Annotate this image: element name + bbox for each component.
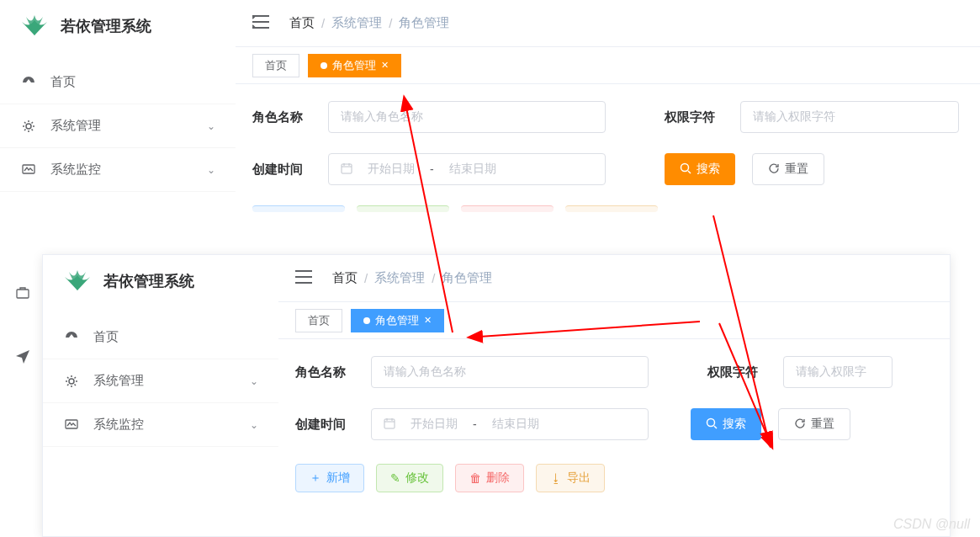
- sidebar-item-label: 系统监控: [93, 417, 250, 433]
- dashboard-icon: [63, 331, 80, 344]
- button-label: 重置: [785, 162, 808, 177]
- tab-home[interactable]: 首页: [295, 309, 342, 332]
- sidebar-item-label: 首页: [50, 74, 215, 90]
- search-button[interactable]: 搜索: [665, 153, 735, 185]
- svg-point-0: [26, 124, 31, 129]
- tab-role-manage[interactable]: 角色管理 ✕: [351, 309, 444, 332]
- date-start-placeholder: 开始日期: [411, 417, 458, 432]
- sidebar-menu: 首页 系统管理 ⌄ 系统监控 ⌄: [43, 307, 278, 455]
- breadcrumb: 首页 / 系统管理 / 角色管理: [332, 270, 492, 286]
- edit-icon: ✎: [390, 471, 400, 485]
- chevron-down-icon: ⌄: [250, 375, 258, 387]
- monitor-icon: [63, 418, 80, 432]
- breadcrumb-home[interactable]: 首页: [289, 15, 315, 31]
- svg-point-3: [681, 163, 689, 171]
- calendar-icon: [384, 417, 395, 432]
- role-name-label: 角色名称: [295, 364, 354, 380]
- date-sep: -: [430, 162, 434, 176]
- reset-button[interactable]: 重置: [752, 153, 824, 185]
- create-time-label: 创建时间: [295, 417, 354, 433]
- search-form: 角色名称 请输入角色名称 权限字符 请输入权限字 创建时间 开始日期 - 结束日…: [278, 339, 950, 440]
- tab-label: 角色管理: [375, 313, 419, 328]
- hamburger-icon[interactable]: [252, 15, 269, 32]
- logo-icon: [20, 15, 49, 37]
- sidebar-item-label: 首页: [93, 329, 258, 345]
- app-title: 若依管理系统: [61, 16, 151, 36]
- breadcrumb-page: 角色管理: [399, 15, 449, 31]
- svg-rect-7: [384, 419, 395, 428]
- role-name-input[interactable]: 请输入角色名称: [328, 101, 606, 133]
- tab-label: 首页: [308, 313, 330, 328]
- svg-point-8: [707, 418, 715, 426]
- button-label: 删除: [486, 471, 510, 486]
- search-form: 角色名称 请输入角色名称 权限字符 请输入权限字符 创建时间 开始日期 - 结束…: [236, 84, 980, 185]
- sidebar-item-label: 系统管理: [93, 373, 250, 389]
- tab-home[interactable]: 首页: [252, 54, 299, 77]
- role-name-label: 角色名称: [252, 109, 311, 125]
- tab-role-manage[interactable]: 角色管理 ✕: [308, 54, 401, 77]
- sidebar-item-monitor[interactable]: 系统监控 ⌄: [0, 148, 236, 192]
- breadcrumb-group[interactable]: 系统管理: [374, 270, 425, 286]
- perm-key-input[interactable]: 请输入权限字符: [740, 101, 959, 133]
- logo-icon: [63, 270, 92, 292]
- chevron-down-icon: ⌄: [207, 120, 215, 132]
- breadcrumb-sep: /: [364, 271, 368, 285]
- trash-icon: 🗑: [469, 471, 481, 485]
- monitor-icon: [20, 163, 37, 177]
- sidebar-item-home[interactable]: 首页: [0, 61, 236, 104]
- placeholder-text: 请输入角色名称: [341, 109, 423, 125]
- search-button[interactable]: 搜索: [691, 408, 761, 440]
- chevron-down-icon: ⌄: [250, 419, 258, 431]
- sidebar-extra-icons: [15, 286, 30, 367]
- add-button[interactable]: ＋新增: [295, 464, 364, 492]
- sidebar-item-monitor[interactable]: 系统监控 ⌄: [43, 403, 278, 447]
- date-range-input[interactable]: 开始日期 - 结束日期: [328, 153, 606, 185]
- search-icon: [706, 417, 718, 432]
- breadcrumb-group[interactable]: 系统管理: [331, 15, 382, 31]
- chevron-down-icon: ⌄: [207, 164, 215, 176]
- refresh-icon: [794, 417, 806, 432]
- sidebar-item-label: 系统监控: [50, 162, 207, 178]
- date-start-placeholder: 开始日期: [368, 162, 415, 177]
- download-icon: ⭳: [550, 471, 562, 485]
- perm-key-label: 权限字符: [665, 109, 723, 125]
- role-name-input[interactable]: 请输入角色名称: [371, 356, 649, 388]
- tab-label: 角色管理: [332, 58, 376, 73]
- tab-active-dot-icon: [320, 62, 327, 69]
- plus-icon: ＋: [310, 471, 321, 486]
- date-sep: -: [473, 417, 477, 431]
- breadcrumb-home[interactable]: 首页: [332, 270, 358, 286]
- close-icon[interactable]: ✕: [381, 60, 389, 71]
- sidebar-item-system[interactable]: 系统管理 ⌄: [43, 359, 278, 403]
- button-label: 搜索: [723, 417, 746, 432]
- tab-label: 首页: [265, 58, 287, 73]
- gear-icon: [20, 120, 37, 133]
- date-end-placeholder: 结束日期: [449, 162, 496, 177]
- close-icon[interactable]: ✕: [424, 315, 432, 326]
- date-range-input[interactable]: 开始日期 - 结束日期: [371, 408, 649, 440]
- sidebar-item-label: 系统管理: [50, 118, 207, 134]
- delete-button[interactable]: 🗑删除: [455, 464, 524, 492]
- button-label: 修改: [405, 471, 429, 486]
- hamburger-icon[interactable]: [295, 270, 312, 287]
- gear-icon: [63, 375, 80, 388]
- sidebar-item-system[interactable]: 系统管理 ⌄: [0, 104, 236, 148]
- export-button[interactable]: ⭳导出: [536, 464, 605, 492]
- app-title: 若依管理系统: [103, 271, 194, 291]
- breadcrumb-sep: /: [432, 271, 435, 285]
- create-time-label: 创建时间: [252, 162, 311, 178]
- calendar-icon: [341, 162, 352, 177]
- placeholder-text: 请输入角色名称: [384, 364, 466, 380]
- sidebar-item-home[interactable]: 首页: [43, 316, 278, 359]
- send-icon[interactable]: [15, 348, 30, 367]
- breadcrumb: 首页 / 系统管理 / 角色管理: [289, 15, 449, 31]
- breadcrumb-page: 角色管理: [442, 270, 492, 286]
- reset-button[interactable]: 重置: [778, 408, 850, 440]
- edit-button[interactable]: ✎修改: [376, 464, 443, 492]
- tool-icon[interactable]: [15, 286, 30, 305]
- tab-active-dot-icon: [363, 317, 370, 324]
- dashboard-icon: [20, 76, 37, 89]
- action-row-partial: [236, 205, 980, 212]
- perm-key-input[interactable]: 请输入权限字: [783, 356, 893, 388]
- app-logo: 若依管理系统: [43, 255, 278, 307]
